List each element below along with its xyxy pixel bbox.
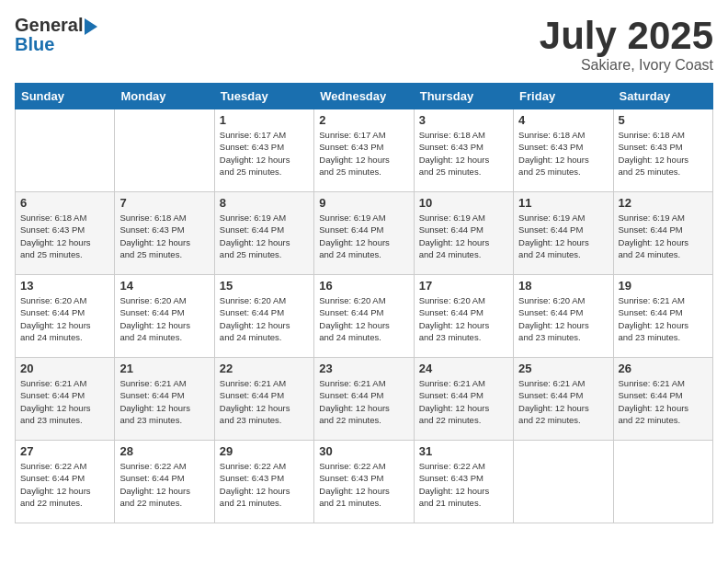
day-number: 11 [518, 196, 608, 210]
day-number: 10 [419, 196, 508, 210]
day-info: Sunrise: 6:21 AMSunset: 6:44 PMDaylight:… [619, 294, 708, 343]
day-info: Sunrise: 6:21 AMSunset: 6:44 PMDaylight:… [518, 377, 608, 426]
calendar-cell [514, 441, 613, 523]
day-number: 8 [220, 196, 309, 210]
day-number: 23 [319, 362, 408, 375]
day-info: Sunrise: 6:19 AMSunset: 6:44 PMDaylight:… [619, 212, 708, 260]
location-subtitle: Sakiare, Ivory Coast [540, 57, 713, 74]
day-number: 16 [319, 279, 408, 293]
day-info: Sunrise: 6:20 AMSunset: 6:44 PMDaylight:… [20, 294, 109, 343]
calendar-week-row: 13Sunrise: 6:20 AMSunset: 6:44 PMDayligh… [16, 275, 713, 358]
calendar-cell: 8Sunrise: 6:19 AMSunset: 6:44 PMDaylight… [214, 192, 313, 275]
calendar-cell: 18Sunrise: 6:20 AMSunset: 6:44 PMDayligh… [514, 275, 613, 358]
day-number: 4 [518, 113, 608, 127]
calendar-cell: 19Sunrise: 6:21 AMSunset: 6:44 PMDayligh… [613, 275, 712, 358]
calendar-cell: 9Sunrise: 6:19 AMSunset: 6:44 PMDaylight… [314, 192, 414, 275]
day-info: Sunrise: 6:18 AMSunset: 6:43 PMDaylight:… [119, 212, 209, 260]
calendar-cell: 7Sunrise: 6:18 AMSunset: 6:43 PMDaylight… [115, 192, 214, 275]
day-info: Sunrise: 6:18 AMSunset: 6:43 PMDaylight:… [20, 212, 109, 260]
calendar-cell [16, 109, 115, 192]
calendar-cell: 31Sunrise: 6:22 AMSunset: 6:43 PMDayligh… [414, 441, 513, 523]
day-number: 22 [220, 362, 309, 375]
day-info: Sunrise: 6:18 AMSunset: 6:43 PMDaylight:… [619, 129, 708, 178]
day-info: Sunrise: 6:20 AMSunset: 6:44 PMDaylight:… [319, 294, 408, 343]
day-info: Sunrise: 6:21 AMSunset: 6:44 PMDaylight:… [419, 377, 508, 426]
day-number: 24 [419, 362, 508, 375]
day-number: 30 [319, 444, 408, 458]
day-info: Sunrise: 6:20 AMSunset: 6:44 PMDaylight:… [419, 294, 508, 343]
calendar-cell: 22Sunrise: 6:21 AMSunset: 6:44 PMDayligh… [214, 358, 313, 441]
logo: General Blue [15, 15, 97, 55]
day-number: 31 [419, 444, 508, 458]
day-number: 12 [619, 196, 708, 210]
day-number: 14 [119, 279, 209, 293]
calendar-cell: 17Sunrise: 6:20 AMSunset: 6:44 PMDayligh… [414, 275, 513, 358]
calendar-cell [613, 441, 712, 523]
day-info: Sunrise: 6:18 AMSunset: 6:43 PMDaylight:… [419, 129, 508, 178]
day-number: 28 [119, 444, 209, 458]
month-year-title: July 2025 [540, 15, 713, 57]
calendar-cell [115, 109, 214, 192]
weekday-header-sunday: Sunday [16, 84, 115, 109]
calendar-cell: 23Sunrise: 6:21 AMSunset: 6:44 PMDayligh… [314, 358, 414, 441]
day-number: 2 [319, 113, 408, 127]
day-info: Sunrise: 6:21 AMSunset: 6:44 PMDaylight:… [20, 377, 109, 426]
day-info: Sunrise: 6:19 AMSunset: 6:44 PMDaylight:… [518, 212, 608, 260]
weekday-header-saturday: Saturday [613, 84, 712, 109]
day-number: 21 [119, 362, 209, 375]
calendar-cell: 6Sunrise: 6:18 AMSunset: 6:43 PMDaylight… [16, 192, 115, 275]
calendar-cell: 25Sunrise: 6:21 AMSunset: 6:44 PMDayligh… [514, 358, 613, 441]
calendar-cell: 27Sunrise: 6:22 AMSunset: 6:44 PMDayligh… [16, 441, 115, 523]
day-number: 3 [419, 113, 508, 127]
day-info: Sunrise: 6:22 AMSunset: 6:44 PMDaylight:… [20, 460, 109, 509]
day-info: Sunrise: 6:22 AMSunset: 6:43 PMDaylight:… [220, 460, 309, 509]
day-info: Sunrise: 6:17 AMSunset: 6:43 PMDaylight:… [319, 129, 408, 178]
calendar-week-row: 1Sunrise: 6:17 AMSunset: 6:43 PMDaylight… [16, 109, 713, 192]
calendar-cell: 11Sunrise: 6:19 AMSunset: 6:44 PMDayligh… [514, 192, 613, 275]
calendar-cell: 30Sunrise: 6:22 AMSunset: 6:43 PMDayligh… [314, 441, 414, 523]
day-info: Sunrise: 6:18 AMSunset: 6:43 PMDaylight:… [518, 129, 608, 178]
day-number: 5 [619, 113, 708, 127]
day-number: 15 [220, 279, 309, 293]
logo-blue-text: Blue [15, 34, 54, 55]
calendar-cell: 14Sunrise: 6:20 AMSunset: 6:44 PMDayligh… [115, 275, 214, 358]
day-info: Sunrise: 6:22 AMSunset: 6:43 PMDaylight:… [419, 460, 508, 509]
day-info: Sunrise: 6:21 AMSunset: 6:44 PMDaylight:… [220, 377, 309, 426]
calendar-week-row: 27Sunrise: 6:22 AMSunset: 6:44 PMDayligh… [16, 441, 713, 523]
weekday-header-monday: Monday [115, 84, 214, 109]
calendar-cell: 26Sunrise: 6:21 AMSunset: 6:44 PMDayligh… [613, 358, 712, 441]
weekday-header-wednesday: Wednesday [314, 84, 414, 109]
calendar-cell: 1Sunrise: 6:17 AMSunset: 6:43 PMDaylight… [214, 109, 313, 192]
logo-general-text: General [15, 15, 83, 36]
day-info: Sunrise: 6:17 AMSunset: 6:43 PMDaylight:… [220, 129, 309, 178]
calendar-cell: 20Sunrise: 6:21 AMSunset: 6:44 PMDayligh… [16, 358, 115, 441]
day-info: Sunrise: 6:19 AMSunset: 6:44 PMDaylight:… [319, 212, 408, 260]
calendar-cell: 4Sunrise: 6:18 AMSunset: 6:43 PMDaylight… [514, 109, 613, 192]
day-number: 13 [20, 279, 109, 293]
calendar-cell: 12Sunrise: 6:19 AMSunset: 6:44 PMDayligh… [613, 192, 712, 275]
calendar-week-row: 20Sunrise: 6:21 AMSunset: 6:44 PMDayligh… [16, 358, 713, 441]
weekday-header-friday: Friday [514, 84, 613, 109]
weekday-header-thursday: Thursday [414, 84, 513, 109]
day-number: 1 [220, 113, 309, 127]
calendar-cell: 5Sunrise: 6:18 AMSunset: 6:43 PMDaylight… [613, 109, 712, 192]
day-info: Sunrise: 6:19 AMSunset: 6:44 PMDaylight:… [220, 212, 309, 260]
day-number: 29 [220, 444, 309, 458]
day-number: 20 [20, 362, 109, 375]
page-header: General Blue July 2025 Sakiare, Ivory Co… [15, 15, 713, 74]
day-info: Sunrise: 6:20 AMSunset: 6:44 PMDaylight:… [119, 294, 209, 343]
calendar-cell: 3Sunrise: 6:18 AMSunset: 6:43 PMDaylight… [414, 109, 513, 192]
day-number: 19 [619, 279, 708, 293]
calendar-cell: 24Sunrise: 6:21 AMSunset: 6:44 PMDayligh… [414, 358, 513, 441]
calendar-cell: 13Sunrise: 6:20 AMSunset: 6:44 PMDayligh… [16, 275, 115, 358]
weekday-header-row: SundayMondayTuesdayWednesdayThursdayFrid… [16, 84, 713, 109]
calendar-table: SundayMondayTuesdayWednesdayThursdayFrid… [15, 83, 713, 523]
day-info: Sunrise: 6:22 AMSunset: 6:44 PMDaylight:… [119, 460, 209, 509]
calendar-cell: 2Sunrise: 6:17 AMSunset: 6:43 PMDaylight… [314, 109, 414, 192]
day-info: Sunrise: 6:20 AMSunset: 6:44 PMDaylight:… [220, 294, 309, 343]
calendar-cell: 15Sunrise: 6:20 AMSunset: 6:44 PMDayligh… [214, 275, 313, 358]
day-number: 25 [518, 362, 608, 375]
day-number: 17 [419, 279, 508, 293]
day-info: Sunrise: 6:21 AMSunset: 6:44 PMDaylight:… [319, 377, 408, 426]
day-number: 27 [20, 444, 109, 458]
